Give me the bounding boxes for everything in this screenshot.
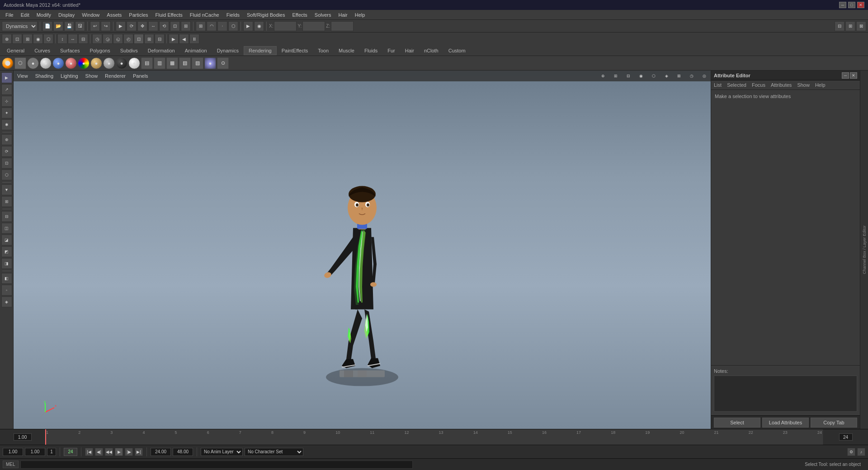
character-set-dropdown[interactable]: No Character Set	[245, 448, 303, 456]
soft-select[interactable]: ▼	[1, 184, 12, 195]
shelf-light2[interactable]: ⊙	[217, 57, 229, 69]
shelf-flat[interactable]: ●	[27, 57, 39, 69]
menu-help[interactable]: Help	[351, 11, 369, 19]
sculpt-tool[interactable]: ✱	[1, 119, 12, 130]
hide-sel[interactable]: ◫	[1, 223, 12, 234]
notes-textarea[interactable]	[714, 376, 857, 412]
shelf-render2[interactable]: ▥	[154, 57, 165, 69]
step-back-btn[interactable]: ◀|	[95, 448, 103, 456]
viewport[interactable]: View Shading Lighting Show Renderer Pane…	[14, 70, 711, 429]
move-manip[interactable]: ⊕	[1, 134, 12, 145]
tab-painteffects[interactable]: PaintEffects	[277, 46, 313, 55]
tab-rendering[interactable]: Rendering	[244, 46, 277, 55]
shelf-wire[interactable]: ⬡	[14, 57, 26, 69]
menu-effects[interactable]: Effects	[288, 11, 311, 19]
tb2-btn17[interactable]: ◀	[179, 34, 189, 44]
vp-icon8[interactable]: ◷	[687, 71, 696, 80]
undo-btn[interactable]: ↩	[90, 21, 100, 31]
anim-pref-btn[interactable]: ⚙	[847, 448, 855, 456]
tab-fluids[interactable]: Fluids	[359, 46, 382, 55]
menu-solvers[interactable]: Solvers	[311, 11, 335, 19]
layout-btn3[interactable]: ⊠	[856, 21, 866, 31]
shelf-blin[interactable]: ●	[52, 57, 64, 69]
show-all[interactable]: ◨	[1, 258, 12, 269]
tab-hair[interactable]: Hair	[400, 46, 419, 55]
lasso-btn[interactable]: ⟳	[127, 21, 137, 31]
rotate-btn[interactable]: ⟲	[159, 21, 169, 31]
shelf-gray-sphere[interactable]: ●	[103, 57, 115, 69]
layout-btn2[interactable]: ⊞	[845, 21, 855, 31]
snap-y-input[interactable]	[302, 21, 325, 31]
vp-icon1[interactable]: ⊕	[599, 71, 608, 80]
move-btn[interactable]: ↔	[148, 21, 158, 31]
attr-minimize-btn[interactable]: ─	[842, 72, 849, 79]
menu-fluid-ncache[interactable]: Fluid nCache	[186, 11, 223, 19]
cv-tool[interactable]: ◈	[1, 296, 12, 307]
tb2-btn4[interactable]: ◉	[33, 34, 43, 44]
tab-deformation[interactable]: Deformation	[143, 46, 180, 55]
vp-icon3[interactable]: ⊟	[624, 71, 633, 80]
universal-manip[interactable]: ⬡	[1, 169, 12, 180]
rotate-manip[interactable]: ⟳	[1, 146, 12, 157]
tb2-btn16[interactable]: ▶	[169, 34, 179, 44]
go-end-btn[interactable]: ▶|	[135, 448, 143, 456]
lasso-tool[interactable]: ⊹	[1, 96, 12, 107]
attr-tab-list[interactable]: List	[714, 82, 722, 88]
select-tool[interactable]: ▶	[1, 72, 12, 83]
snap-curve-btn[interactable]: ◠	[207, 21, 217, 31]
viewport-menu-shading[interactable]: Shading	[33, 72, 55, 80]
tb2-btn15[interactable]: ⊟	[155, 34, 165, 44]
tb2-btn9[interactable]: ◷	[92, 34, 102, 44]
range-end-input[interactable]	[64, 448, 77, 456]
menu-file[interactable]: File	[2, 11, 17, 19]
tab-animation[interactable]: Animation	[180, 46, 212, 55]
show-geo[interactable]: ◩	[1, 246, 12, 257]
snap-grid-btn[interactable]: ⊞	[196, 21, 206, 31]
snap-point-btn[interactable]: ·	[217, 21, 227, 31]
tab-fur[interactable]: Fur	[382, 46, 400, 55]
shelf-sphere[interactable]: ⬤	[2, 57, 14, 69]
tab-toon[interactable]: Toon	[313, 46, 334, 55]
tab-general[interactable]: General	[2, 46, 29, 55]
menu-assets[interactable]: Assets	[103, 11, 125, 19]
minimize-button[interactable]: ─	[839, 2, 846, 8]
tb2-btn3[interactable]: ⊞	[23, 34, 33, 44]
ipr-btn[interactable]: ◉	[254, 21, 264, 31]
vp-icon7[interactable]: ⊠	[675, 71, 684, 80]
tb2-btn11[interactable]: ◵	[113, 34, 123, 44]
move-tool[interactable]: ↗	[1, 84, 12, 95]
mode-dropdown[interactable]: Dynamics	[2, 21, 38, 31]
menu-particles[interactable]: Particles	[125, 11, 151, 19]
viewport-menu-lighting[interactable]: Lighting	[59, 72, 80, 80]
vp-icon4[interactable]: ◉	[637, 71, 646, 80]
shelf-render1[interactable]: ▤	[141, 57, 153, 69]
tb2-btn10[interactable]: ◶	[103, 34, 113, 44]
shelf-phong[interactable]: ●	[65, 57, 77, 69]
menu-fluid-effects[interactable]: Fluid Effects	[152, 11, 186, 19]
select-button[interactable]: Select	[714, 418, 760, 428]
shelf-texture-sphere[interactable]: ●	[90, 57, 102, 69]
attr-tab-help[interactable]: Help	[815, 82, 826, 88]
tb2-btn13[interactable]: ⊡	[134, 34, 144, 44]
tab-surfaces[interactable]: Surfaces	[55, 46, 85, 55]
attr-tab-show[interactable]: Show	[797, 82, 810, 88]
attr-tab-focus[interactable]: Focus	[752, 82, 765, 88]
channel-box-tab[interactable]: Channel Box / Layer Editor	[860, 70, 868, 429]
go-start-btn[interactable]: |◀	[85, 448, 93, 456]
shelf-light1[interactable]: ●	[204, 57, 216, 69]
paint-select-tool[interactable]: ✦	[1, 108, 12, 118]
open-scene-btn[interactable]: 📂	[53, 21, 63, 31]
tab-polygons[interactable]: Polygons	[85, 46, 115, 55]
tb2-btn2[interactable]: ⊡	[12, 34, 22, 44]
save-scene-btn[interactable]: 💾	[64, 21, 74, 31]
snap-x-input[interactable]	[274, 21, 297, 31]
region-sel[interactable]: ◧	[1, 273, 12, 284]
sound-btn[interactable]: ♪	[857, 448, 865, 456]
shelf-gouraud[interactable]: ●	[40, 57, 52, 69]
manip-btn[interactable]: ⊞	[181, 21, 191, 31]
tb2-btn6[interactable]: ↕	[57, 34, 67, 44]
tb2-btn7[interactable]: ↔	[68, 34, 78, 44]
shelf-render3[interactable]: ▦	[166, 57, 178, 69]
tab-muscle[interactable]: Muscle	[334, 46, 359, 55]
viewport-menu-panels[interactable]: Panels	[131, 72, 150, 80]
